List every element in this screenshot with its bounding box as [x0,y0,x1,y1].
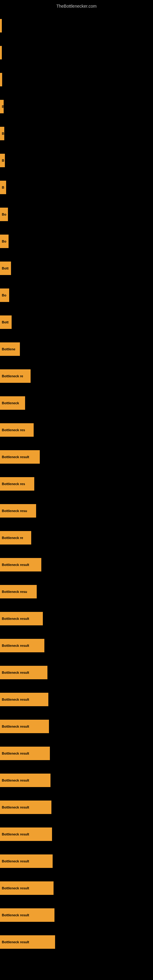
bar: Bottleneck result [0,935,55,949]
bar-label: Bottleneck resu [2,509,27,513]
bar-row: Bottleneck result [0,632,153,659]
bar-row: B [0,93,153,120]
bar: Bottleneck result [0,693,48,706]
bar-label: B [2,132,4,135]
bar-row: Bottleneck resu [0,497,153,524]
bar: Bottleneck result [0,720,49,733]
bar-row: B [0,147,153,174]
bar: Bottleneck result [0,558,41,571]
bar: Bottleneck result [0,800,51,814]
bar: Bottleneck re [0,531,31,544]
bar-label: Bo [2,293,6,297]
bar-row: Bottleneck result [0,821,153,848]
bar: Bottleneck result [0,773,51,787]
bar: Bottleneck result [0,827,52,841]
bar: Bottleneck result [0,612,43,625]
bar: Bottleneck res [0,477,34,491]
bar: Bottleneck result [0,747,50,760]
bar-label: Bottleneck result [2,940,29,944]
bar-row: Bottleneck result [0,659,153,686]
bar-row: Bottleneck result [0,740,153,767]
bar: Bottleneck result [0,854,53,868]
bar-label: B [2,186,4,189]
bar-label: Bottleneck res [2,428,25,432]
bar-label: Bottleneck result [2,778,29,782]
bar: Bottleneck res [0,423,33,437]
bar: Bott [0,315,12,329]
bar-label: Bottleneck [2,401,19,405]
bars-container: BBBBBoBoBottBoBottBottleneBottleneck reB… [0,12,153,956]
bar-label: Bottlene [2,347,15,351]
bar-row: Bottleneck result [0,794,153,821]
bar [0,19,2,32]
bar-label: Bottleneck result [2,617,29,620]
bar-label: B [2,159,4,162]
bar [0,73,2,86]
bar: Bottleneck result [0,908,54,922]
bar-row: B [0,174,153,201]
bar-label: Bottleneck result [2,913,29,917]
bar-label: Bottleneck result [2,563,29,566]
bar-row: Bottleneck [0,390,153,417]
bar-label: Bottleneck result [2,859,29,863]
bar-row: Bottlene [0,336,153,363]
site-title: TheBottlenecker.com [0,1,153,11]
bar-label: Bott [2,320,9,324]
bar-row: Bottleneck result [0,848,153,875]
bar-label: Bott [2,266,9,270]
bar-row [0,39,153,66]
bar: B [0,154,5,167]
bar-label: Bottleneck result [2,805,29,809]
bar-row: Bottleneck result [0,551,153,578]
bar-row: B [0,120,153,147]
bar: Bottleneck resu [0,585,37,598]
bar-label: Bottleneck result [2,832,29,836]
bar: Bottleneck re [0,369,30,383]
bar-row: Bottleneck result [0,605,153,632]
bar [0,46,2,59]
bar-label: Bottleneck result [2,751,29,755]
bar-row: Bo [0,282,153,309]
bar-row [0,66,153,93]
bar-row: Bottleneck res [0,417,153,444]
bar-label: Bo [2,240,6,243]
bar-row: Bott [0,255,153,282]
bar-row: Bottleneck result [0,444,153,470]
bar-row: Bottleneck result [0,713,153,740]
bar: Bottleneck result [0,881,54,895]
bar: B [0,100,4,113]
bar-label: Bottleneck result [2,455,29,459]
bar-label: B [2,105,4,108]
bar-row: Bottleneck result [0,902,153,929]
bar-row: Bottleneck result [0,929,153,956]
bar-row: Bottleneck re [0,524,153,551]
bar: Bo [0,235,9,248]
bar: Bottleneck result [0,450,40,464]
bar-label: Bo [2,213,6,216]
bar-label: Bottleneck result [2,886,29,890]
bar-row: Bottleneck resu [0,578,153,605]
bar-label: Bottleneck re [2,536,23,539]
bar-row: Bottleneck result [0,875,153,902]
bar: B [0,127,4,140]
bar: B [0,181,6,194]
bar-row: Bottleneck result [0,767,153,794]
bar: Bott [0,261,11,275]
bar-label: Bottleneck res [2,482,25,486]
bar: Bo [0,208,8,221]
bar-row: Bo [0,201,153,228]
bar-label: Bottleneck result [2,644,29,648]
bar: Bottleneck [0,396,25,410]
bar-label: Bottleneck resu [2,590,27,593]
bar-row: Bo [0,228,153,255]
bar: Bottleneck result [0,639,45,652]
bar-row [0,12,153,39]
bar-label: Bottleneck result [2,671,29,675]
bar: Bo [0,288,9,302]
bar-row: Bottleneck re [0,363,153,390]
bar: Bottlene [0,342,20,356]
bar-label: Bottleneck result [2,725,29,728]
bar: Bottleneck result [0,666,48,679]
bar-row: Bott [0,309,153,336]
bar-row: Bottleneck result [0,686,153,713]
